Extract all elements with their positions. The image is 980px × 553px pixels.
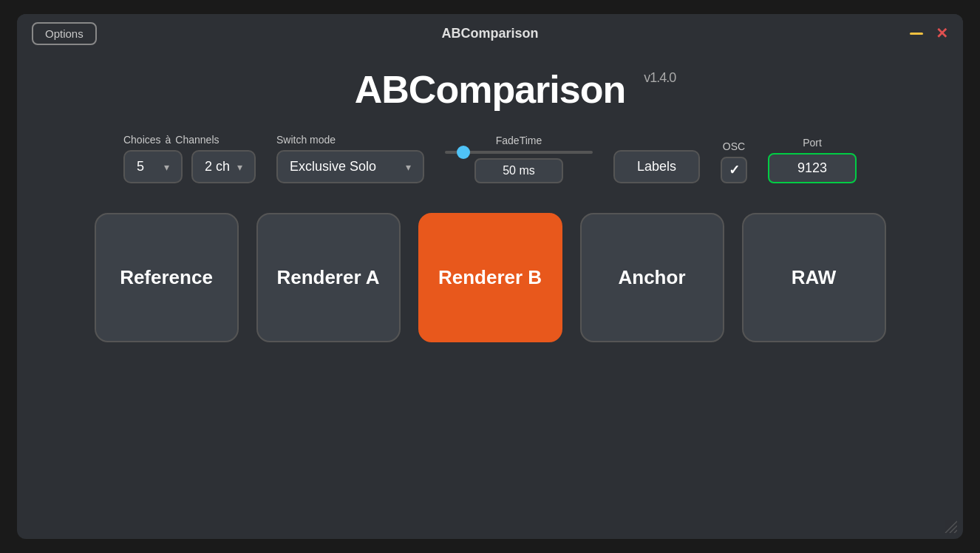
options-button[interactable]: Options: [32, 22, 97, 45]
port-input[interactable]: [768, 153, 857, 183]
fadetime-group: FadeTime 50 ms: [445, 135, 593, 183]
resize-handle[interactable]: [942, 518, 957, 533]
osc-checkbox[interactable]: ✓: [721, 157, 747, 183]
fadetime-slider-track: [445, 151, 593, 154]
close-button[interactable]: ✕: [935, 27, 948, 40]
fadetime-label: FadeTime: [496, 135, 542, 146]
switch-mode-group: Switch mode Exclusive Solo ▾: [276, 134, 424, 183]
controls-row: Choices à Channels 5 ▾ 2 ch ▾ S: [123, 134, 857, 183]
port-group: Port: [768, 137, 857, 183]
switch-mode-dropdown[interactable]: Exclusive Solo ▾: [276, 150, 424, 183]
labels-button[interactable]: Labels: [613, 150, 700, 183]
channels-dropdown[interactable]: 2 ch ▾: [191, 150, 256, 183]
choices-dropdown[interactable]: 5 ▾: [123, 150, 183, 183]
osc-group: OSC ✓: [721, 140, 747, 183]
port-label: Port: [803, 137, 822, 149]
svg-line-2: [954, 530, 957, 533]
switch-mode-chevron-icon: ▾: [406, 161, 411, 173]
checkmark-icon: ✓: [729, 162, 740, 178]
fadetime-value: 50 ms: [474, 158, 563, 183]
choices-label: Choices: [123, 134, 161, 146]
choice-button-renderer-a[interactable]: Renderer A: [256, 213, 401, 342]
main-content: ABComparisonv1.4.0 Choices à Channels 5 …: [17, 52, 963, 539]
app-window: Options ABComparison ✕ ABComparisonv1.4.…: [17, 14, 963, 539]
choices-chevron-icon: ▾: [164, 161, 169, 173]
choices-separator: à: [166, 134, 171, 146]
labels-group: . Labels: [613, 134, 700, 183]
osc-label: OSC: [723, 140, 745, 152]
choices-group: Choices à Channels 5 ▾ 2 ch ▾: [123, 134, 256, 183]
choice-button-raw[interactable]: RAW: [742, 213, 886, 342]
window-controls: ✕: [910, 27, 948, 40]
choice-button-reference[interactable]: Reference: [95, 213, 239, 342]
fadetime-slider-container: [445, 151, 593, 154]
choice-button-renderer-b[interactable]: Renderer B: [418, 213, 562, 342]
switch-mode-label: Switch mode: [276, 134, 336, 146]
channels-chevron-icon: ▾: [237, 161, 242, 173]
fadetime-slider-thumb[interactable]: [457, 146, 470, 159]
title-bar: Options ABComparison ✕: [17, 14, 963, 52]
channels-label: Channels: [175, 134, 219, 146]
choice-button-anchor[interactable]: Anchor: [580, 213, 724, 342]
minimize-button[interactable]: [910, 33, 923, 35]
choices-row: Reference Renderer A Renderer B Anchor R…: [95, 213, 886, 342]
app-title: ABComparisonv1.4.0: [355, 67, 625, 112]
titlebar-title: ABComparison: [441, 26, 538, 41]
app-version: v1.4.0: [644, 70, 676, 86]
